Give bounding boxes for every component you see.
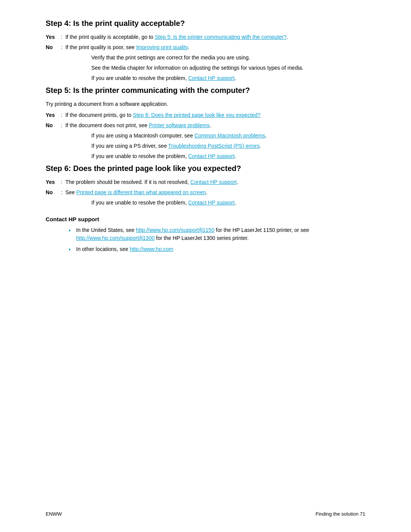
step5-yes-row: Yes : If the document prints, go to Step… [46, 111, 365, 119]
step5-intro: Try printing a document from a software … [46, 100, 365, 108]
printed-page-link[interactable]: Printed page is different than what appe… [76, 189, 206, 195]
step6-contact2-link[interactable]: Contact HP support [188, 200, 234, 206]
step5-contact-link[interactable]: Contact HP support [188, 153, 234, 159]
step4-no-row: No : If the print quality is poor, see I… [46, 43, 365, 51]
step6-section: Step 6: Does the printed page look like … [46, 164, 365, 207]
step4-contact-link[interactable]: Contact HP support [188, 75, 234, 81]
step5-section: Step 5: Is the printer communicating wit… [46, 86, 365, 160]
printer-software-link[interactable]: Printer software problems [149, 122, 210, 128]
contact-list: In the United States, see http://www.hp.… [68, 226, 365, 253]
step5-no-label: No [46, 121, 61, 129]
ps-errors-link[interactable]: Troubleshooting PostScript (PS) errors [168, 143, 260, 149]
step5-indent1: If you are using a Macintosh computer, s… [91, 132, 365, 140]
step4-indent3: If you are unable to resolve the problem… [91, 74, 365, 82]
lj1150-link[interactable]: http://www.hp.com/support/lj1150 [136, 227, 214, 233]
step6-yes-value: The problem should be resolved. If it is… [65, 178, 365, 186]
step4-indent1: Verify that the print settings are corre… [91, 54, 365, 62]
step5-no-row: No : If the document does not print, see… [46, 121, 365, 129]
step6-link[interactable]: Step 6: Does the printed page look like … [133, 112, 260, 118]
footer-left: ENWW [46, 511, 62, 517]
contact-heading: Contact HP support [46, 216, 365, 222]
step4-heading: Step 4: Is the print quality acceptable? [46, 19, 365, 28]
step5-yes-value: If the document prints, go to Step 6: Do… [65, 111, 365, 119]
step6-yes-label: Yes [46, 178, 61, 186]
step5-indent3: If you are unable to resolve the problem… [91, 152, 365, 160]
lj1300-link[interactable]: http://www.hp.com/support/lj1300 [76, 235, 155, 241]
contact-list-item-1: In the United States, see http://www.hp.… [68, 226, 365, 242]
step6-no-value: See Printed page is different than what … [65, 189, 365, 197]
step4-yes-row: Yes : If the print quality is acceptable… [46, 33, 365, 41]
contact-section: Contact HP support In the United States,… [46, 216, 365, 253]
step4-no-label: No [46, 43, 61, 51]
contact-list-item-2: In other locations, see http://www.hp.co… [68, 245, 365, 253]
improving-print-quality-link[interactable]: Improving print quality [136, 44, 188, 50]
step5-indent2: If you are using a PS driver, see Troubl… [91, 142, 365, 150]
step5-no-value: If the document does not print, see Prin… [65, 121, 365, 129]
hp-com-link[interactable]: http://www.hp.com [130, 246, 173, 252]
step5-yes-label: Yes [46, 111, 61, 119]
macintosh-problems-link[interactable]: Common Macintosh problems [194, 133, 265, 139]
step6-no-row: No : See Printed page is different than … [46, 189, 365, 197]
step6-yes-row: Yes : The problem should be resolved. If… [46, 178, 365, 186]
step5-heading: Step 5: Is the printer communicating wit… [46, 86, 365, 95]
step6-no-label: No [46, 189, 61, 197]
step4-indent2: See the Media chapter for information on… [91, 64, 365, 72]
footer-right: Finding the solution 71 [315, 511, 365, 517]
step6-indent1: If you are unable to resolve the problem… [91, 199, 365, 207]
step4-yes-value: If the print quality is acceptable, go t… [65, 33, 365, 41]
step4-yes-label: Yes [46, 33, 61, 41]
step6-heading: Step 6: Does the printed page look like … [46, 164, 365, 173]
page-footer: ENWW Finding the solution 71 [0, 511, 411, 517]
step6-contact-link[interactable]: Contact HP support [190, 179, 237, 185]
step4-section: Step 4: Is the print quality acceptable?… [46, 19, 365, 82]
step5-link[interactable]: Step 5: Is the printer communicating wit… [155, 34, 287, 40]
step4-no-value: If the print quality is poor, see Improv… [65, 43, 365, 51]
